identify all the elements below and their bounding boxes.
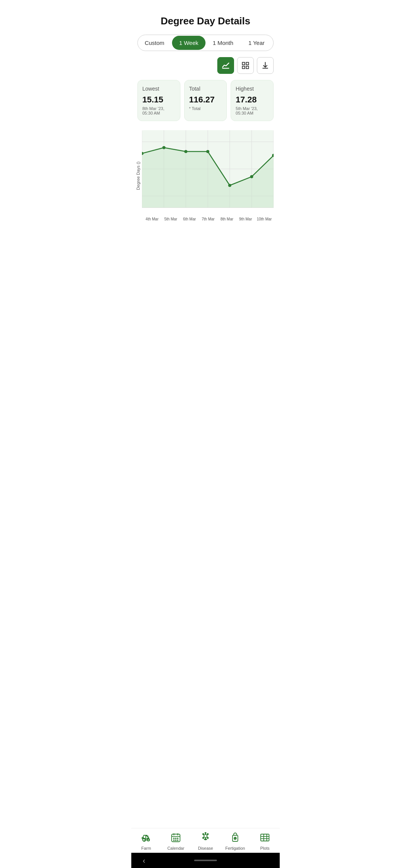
chart-area: 15 10 5: [142, 130, 274, 221]
nav-calendar-label: Calendar: [167, 846, 185, 850]
nav-plots-label: Plots: [260, 846, 269, 850]
stat-lowest-sub: 8th Mar '23, 05:30 AM: [142, 106, 175, 115]
line-chart: 15 10 5: [142, 130, 274, 215]
svg-point-31: [177, 838, 178, 839]
period-selector: Custom 1 Week 1 Month 1 Year: [137, 35, 274, 51]
stat-highest-sub: 5th Mar '23, 05:30 AM: [236, 106, 269, 115]
chart-line-icon: [221, 61, 230, 70]
stat-lowest: Lowest 15.15 8th Mar '23, 05:30 AM: [137, 80, 180, 121]
nav-farm[interactable]: Farm: [131, 832, 161, 850]
grid-icon: [241, 61, 250, 70]
stat-highest-value: 17.28: [236, 95, 269, 105]
home-indicator[interactable]: [194, 860, 217, 861]
x-label-2: 6th Mar: [180, 217, 199, 221]
nav-farm-label: Farm: [141, 846, 151, 850]
y-axis-label: Degree Days (): [134, 130, 142, 221]
stat-total-sub: * Total: [189, 106, 222, 111]
nav-disease-label: Disease: [198, 846, 213, 850]
x-label-1: 5th Mar: [161, 217, 180, 221]
stat-highest: Highest 17.28 5th Mar '23, 05:30 AM: [231, 80, 274, 121]
stats-row: Lowest 15.15 8th Mar '23, 05:30 AM Total…: [137, 80, 274, 121]
data-point-5: [250, 175, 253, 178]
x-label-6: 10th Mar: [255, 217, 274, 221]
svg-point-45: [207, 838, 209, 839]
stat-highest-label: Highest: [236, 86, 269, 92]
data-point-4: [228, 184, 231, 187]
stat-total-label: Total: [189, 86, 222, 92]
svg-point-34: [177, 840, 178, 841]
svg-rect-1: [242, 62, 245, 65]
svg-point-42: [203, 834, 204, 835]
back-button[interactable]: ‹: [143, 856, 145, 865]
svg-point-44: [203, 838, 204, 839]
toolbar: [131, 57, 280, 80]
download-icon: [261, 61, 269, 70]
grid-view-button[interactable]: [237, 57, 254, 74]
plots-icon: [260, 832, 270, 844]
svg-point-46: [205, 833, 206, 834]
stat-lowest-value: 15.15: [142, 95, 175, 105]
x-label-3: 7th Mar: [199, 217, 217, 221]
x-label-5: 9th Mar: [236, 217, 255, 221]
system-bar: ‹: [131, 853, 280, 868]
page-title: Degree Day Details: [131, 0, 280, 35]
data-point-2: [184, 150, 187, 153]
x-label-0: 4th Mar: [143, 217, 161, 221]
stat-lowest-label: Lowest: [142, 86, 175, 92]
nav-fertigation[interactable]: Fertigation: [220, 832, 250, 850]
chart-view-button[interactable]: [217, 57, 234, 74]
svg-point-30: [175, 838, 176, 839]
x-axis-labels: 4th Mar 5th Mar 6th Mar 7th Mar 8th Mar …: [143, 215, 274, 221]
fertigation-icon: [230, 832, 241, 844]
svg-point-35: [204, 834, 207, 838]
svg-point-32: [174, 840, 174, 841]
x-label-4: 8th Mar: [218, 217, 236, 221]
stat-total-value: 116.27: [189, 95, 222, 105]
data-point-3: [206, 150, 209, 153]
period-1week[interactable]: 1 Week: [172, 36, 206, 50]
period-1month[interactable]: 1 Month: [206, 36, 240, 50]
svg-point-29: [174, 838, 174, 839]
chart-container: Degree Days (): [134, 130, 277, 525]
svg-rect-2: [246, 62, 249, 65]
nav-fertigation-label: Fertigation: [225, 846, 245, 850]
svg-point-47: [205, 839, 206, 840]
period-custom[interactable]: Custom: [138, 36, 171, 50]
period-1year[interactable]: 1 Year: [240, 36, 273, 50]
download-button[interactable]: [257, 57, 274, 74]
data-point-1: [162, 146, 166, 149]
svg-point-33: [175, 840, 176, 841]
disease-icon: [200, 832, 211, 844]
stat-total: Total 116.27 * Total: [184, 80, 227, 121]
svg-rect-52: [261, 834, 269, 841]
farm-icon: [141, 832, 151, 844]
nav-plots[interactable]: Plots: [250, 832, 280, 850]
nav-calendar[interactable]: Calendar: [161, 832, 191, 850]
calendar-icon: [170, 832, 181, 844]
nav-disease[interactable]: Disease: [191, 832, 220, 850]
bottom-nav: Farm Calendar: [131, 828, 280, 853]
svg-rect-3: [242, 66, 245, 69]
svg-point-43: [207, 834, 209, 835]
svg-rect-4: [246, 66, 249, 69]
